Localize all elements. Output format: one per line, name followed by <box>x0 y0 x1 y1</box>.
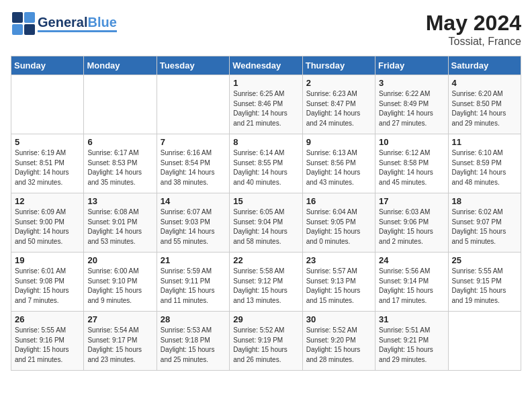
calendar-cell: 21Sunrise: 5:59 AM Sunset: 9:11 PM Dayli… <box>157 253 229 312</box>
calendar-week-row: 1Sunrise: 6:25 AM Sunset: 8:46 PM Daylig… <box>11 75 521 134</box>
page-header: GeneralBlue May 2024 Tossiat, France <box>11 11 521 48</box>
calendar-week-row: 26Sunrise: 5:55 AM Sunset: 9:16 PM Dayli… <box>11 312 521 371</box>
day-info: Sunrise: 6:07 AM Sunset: 9:03 PM Dayligh… <box>161 208 226 246</box>
calendar-cell: 8Sunrise: 6:14 AM Sunset: 8:55 PM Daylig… <box>230 134 302 193</box>
calendar-cell: 23Sunrise: 5:57 AM Sunset: 9:13 PM Dayli… <box>302 253 375 312</box>
day-header-monday: Monday <box>84 56 157 75</box>
day-number: 9 <box>306 137 371 147</box>
day-number: 1 <box>233 78 298 88</box>
calendar-cell: 7Sunrise: 6:16 AM Sunset: 8:54 PM Daylig… <box>157 134 229 193</box>
day-info: Sunrise: 5:52 AM Sunset: 9:19 PM Dayligh… <box>233 326 298 365</box>
logo-blue: Blue <box>87 15 116 30</box>
day-number: 17 <box>379 196 444 206</box>
day-header-friday: Friday <box>375 56 448 75</box>
day-info: Sunrise: 6:04 AM Sunset: 9:05 PM Dayligh… <box>306 208 371 246</box>
calendar-cell: 18Sunrise: 6:02 AM Sunset: 9:07 PM Dayli… <box>448 193 521 253</box>
day-info: Sunrise: 5:56 AM Sunset: 9:14 PM Dayligh… <box>379 267 444 306</box>
day-info: Sunrise: 6:03 AM Sunset: 9:06 PM Dayligh… <box>379 208 444 246</box>
calendar-week-row: 5Sunrise: 6:19 AM Sunset: 8:51 PM Daylig… <box>11 134 521 193</box>
title-block: May 2024 Tossiat, France <box>426 11 521 48</box>
day-header-saturday: Saturday <box>448 56 521 75</box>
logo-icon <box>11 11 36 36</box>
day-info: Sunrise: 6:01 AM Sunset: 9:08 PM Dayligh… <box>15 267 80 306</box>
day-info: Sunrise: 6:09 AM Sunset: 9:00 PM Dayligh… <box>15 208 80 246</box>
day-number: 7 <box>161 137 226 147</box>
calendar-cell: 11Sunrise: 6:10 AM Sunset: 8:59 PM Dayli… <box>448 134 521 193</box>
day-info: Sunrise: 5:59 AM Sunset: 9:11 PM Dayligh… <box>161 267 226 306</box>
day-info: Sunrise: 6:16 AM Sunset: 8:54 PM Dayligh… <box>161 148 226 187</box>
calendar-cell: 22Sunrise: 5:58 AM Sunset: 9:12 PM Dayli… <box>230 253 302 312</box>
calendar-cell: 19Sunrise: 6:01 AM Sunset: 9:08 PM Dayli… <box>11 253 84 312</box>
day-number: 13 <box>87 196 152 206</box>
day-number: 26 <box>15 314 80 324</box>
calendar-cell: 12Sunrise: 6:09 AM Sunset: 9:00 PM Dayli… <box>11 193 84 253</box>
day-number: 22 <box>233 255 298 265</box>
day-number: 14 <box>161 196 226 206</box>
day-info: Sunrise: 5:57 AM Sunset: 9:13 PM Dayligh… <box>306 267 371 306</box>
day-header-sunday: Sunday <box>11 56 84 75</box>
calendar-week-row: 12Sunrise: 6:09 AM Sunset: 9:00 PM Dayli… <box>11 193 521 253</box>
day-info: Sunrise: 5:51 AM Sunset: 9:21 PM Dayligh… <box>379 326 444 365</box>
day-info: Sunrise: 6:00 AM Sunset: 9:10 PM Dayligh… <box>87 267 152 306</box>
calendar-cell: 2Sunrise: 6:23 AM Sunset: 8:47 PM Daylig… <box>302 75 375 134</box>
day-info: Sunrise: 6:19 AM Sunset: 8:51 PM Dayligh… <box>15 148 80 187</box>
day-info: Sunrise: 5:55 AM Sunset: 9:16 PM Dayligh… <box>15 326 80 365</box>
calendar-cell: 4Sunrise: 6:20 AM Sunset: 8:50 PM Daylig… <box>448 75 521 134</box>
svg-rect-0 <box>12 12 23 23</box>
day-header-tuesday: Tuesday <box>157 56 229 75</box>
calendar-cell: 20Sunrise: 6:00 AM Sunset: 9:10 PM Dayli… <box>84 253 157 312</box>
day-info: Sunrise: 6:23 AM Sunset: 8:47 PM Dayligh… <box>306 89 371 128</box>
calendar-cell <box>157 75 229 134</box>
calendar-cell <box>448 312 521 371</box>
day-number: 2 <box>306 78 371 88</box>
calendar-cell: 1Sunrise: 6:25 AM Sunset: 8:46 PM Daylig… <box>230 75 302 134</box>
day-info: Sunrise: 6:10 AM Sunset: 8:59 PM Dayligh… <box>452 148 517 187</box>
day-number: 24 <box>379 255 444 265</box>
svg-rect-3 <box>24 24 35 35</box>
day-number: 27 <box>87 314 152 324</box>
day-info: Sunrise: 6:05 AM Sunset: 9:04 PM Dayligh… <box>233 208 298 246</box>
calendar-cell: 27Sunrise: 5:54 AM Sunset: 9:17 PM Dayli… <box>84 312 157 371</box>
day-number: 30 <box>306 314 371 324</box>
calendar-header-row: SundayMondayTuesdayWednesdayThursdayFrid… <box>11 56 521 75</box>
day-number: 23 <box>306 255 371 265</box>
day-number: 25 <box>452 255 517 265</box>
calendar-cell: 29Sunrise: 5:52 AM Sunset: 9:19 PM Dayli… <box>230 312 302 371</box>
location: Tossiat, France <box>426 36 521 48</box>
day-info: Sunrise: 5:53 AM Sunset: 9:18 PM Dayligh… <box>161 326 226 365</box>
day-number: 11 <box>452 137 517 147</box>
calendar-cell: 10Sunrise: 6:12 AM Sunset: 8:58 PM Dayli… <box>375 134 448 193</box>
calendar-week-row: 19Sunrise: 6:01 AM Sunset: 9:08 PM Dayli… <box>11 253 521 312</box>
calendar-cell: 16Sunrise: 6:04 AM Sunset: 9:05 PM Dayli… <box>302 193 375 253</box>
day-info: Sunrise: 6:02 AM Sunset: 9:07 PM Dayligh… <box>452 208 517 246</box>
day-info: Sunrise: 5:55 AM Sunset: 9:15 PM Dayligh… <box>452 267 517 306</box>
calendar-cell: 3Sunrise: 6:22 AM Sunset: 8:49 PM Daylig… <box>375 75 448 134</box>
day-header-wednesday: Wednesday <box>230 56 302 75</box>
calendar-cell: 5Sunrise: 6:19 AM Sunset: 8:51 PM Daylig… <box>11 134 84 193</box>
calendar-cell <box>11 75 84 134</box>
svg-rect-2 <box>12 24 23 35</box>
day-number: 10 <box>379 137 444 147</box>
calendar-cell: 13Sunrise: 6:08 AM Sunset: 9:01 PM Dayli… <box>84 193 157 253</box>
calendar-cell <box>84 75 157 134</box>
day-number: 3 <box>379 78 444 88</box>
day-number: 8 <box>233 137 298 147</box>
day-info: Sunrise: 5:52 AM Sunset: 9:20 PM Dayligh… <box>306 326 371 365</box>
logo: GeneralBlue <box>11 11 117 36</box>
day-number: 6 <box>87 137 152 147</box>
day-number: 16 <box>306 196 371 206</box>
day-header-thursday: Thursday <box>302 56 375 75</box>
day-info: Sunrise: 5:54 AM Sunset: 9:17 PM Dayligh… <box>87 326 152 365</box>
calendar-cell: 14Sunrise: 6:07 AM Sunset: 9:03 PM Dayli… <box>157 193 229 253</box>
calendar-cell: 31Sunrise: 5:51 AM Sunset: 9:21 PM Dayli… <box>375 312 448 371</box>
day-number: 18 <box>452 196 517 206</box>
day-number: 12 <box>15 196 80 206</box>
svg-rect-1 <box>24 12 35 23</box>
day-number: 21 <box>161 255 226 265</box>
day-number: 31 <box>379 314 444 324</box>
day-info: Sunrise: 6:13 AM Sunset: 8:56 PM Dayligh… <box>306 148 371 187</box>
calendar-cell: 30Sunrise: 5:52 AM Sunset: 9:20 PM Dayli… <box>302 312 375 371</box>
calendar-cell: 9Sunrise: 6:13 AM Sunset: 8:56 PM Daylig… <box>302 134 375 193</box>
calendar-cell: 15Sunrise: 6:05 AM Sunset: 9:04 PM Dayli… <box>230 193 302 253</box>
day-number: 28 <box>161 314 226 324</box>
